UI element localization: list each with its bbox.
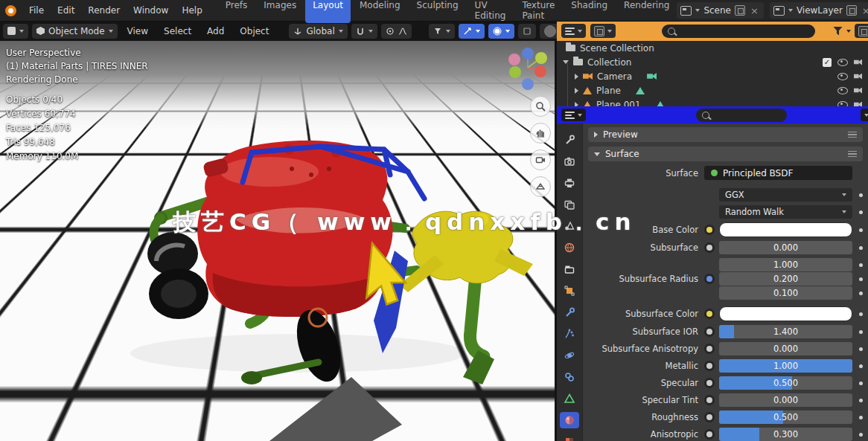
menu-help[interactable]: Help (175, 5, 208, 16)
socket-icon[interactable] (704, 429, 715, 440)
menu-window[interactable]: Window (127, 5, 175, 16)
perspective-toggle-button[interactable] (530, 176, 551, 197)
hide-eye-icon[interactable] (837, 59, 848, 66)
tab-rendering[interactable]: Rendering (616, 0, 677, 23)
editor-type-button[interactable] (3, 24, 28, 39)
properties-editor-type-button[interactable] (561, 109, 586, 121)
outliner-editor-type-button[interactable] (561, 24, 586, 38)
tab-output-icon[interactable] (560, 175, 579, 191)
render-visibility-icon[interactable] (854, 74, 862, 80)
properties-options-button[interactable] (861, 109, 868, 121)
menu-add[interactable]: Add (201, 26, 230, 36)
socket-icon[interactable] (704, 378, 715, 388)
camera-view-button[interactable] (530, 149, 551, 170)
navigation-gizmo[interactable] (505, 47, 551, 93)
animate-dot[interactable] (859, 210, 863, 214)
tab-physics-icon[interactable] (560, 347, 579, 364)
viewlayer-unlink-icon[interactable]: × (861, 6, 868, 16)
collection-checkbox[interactable]: ✓ (823, 58, 832, 67)
render-visibility-icon[interactable] (854, 88, 862, 94)
animate-dot[interactable] (859, 277, 863, 281)
sss-method-dropdown[interactable]: Random Walk (719, 205, 852, 219)
disclosure-closed-icon[interactable] (575, 88, 578, 94)
tab-collection-icon[interactable] (560, 261, 579, 277)
tab-texture-icon[interactable] (560, 434, 579, 441)
panel-menu-icon[interactable] (848, 132, 857, 138)
menu-view[interactable]: View (121, 26, 154, 36)
axis-neg-z-icon[interactable] (522, 78, 534, 90)
anisotropic-slider[interactable]: 0.300 (719, 428, 852, 441)
hide-eye-icon[interactable] (837, 87, 848, 94)
menu-file[interactable]: File (22, 5, 51, 16)
outliner-row-camera[interactable]: Camera (557, 69, 868, 83)
tab-sculpting[interactable]: Sculpting (409, 0, 466, 23)
animate-dot[interactable] (859, 330, 863, 334)
animate-dot[interactable] (859, 416, 863, 419)
disclosure-closed-icon[interactable] (575, 74, 578, 80)
3d-viewport[interactable]: User Perspective (1) Material Parts | TI… (0, 41, 557, 441)
show-overlays-button[interactable] (488, 24, 514, 39)
outliner-row-plane[interactable]: Plane (557, 83, 868, 97)
outliner-filter-settings-button[interactable] (855, 24, 868, 38)
animate-dot[interactable] (859, 246, 863, 250)
tab-modifiers-icon[interactable] (560, 304, 579, 321)
tab-material-icon[interactable] (560, 412, 579, 428)
toy-car-model[interactable] (0, 41, 557, 441)
outliner-row-scene-collection[interactable]: Scene Collection (557, 41, 868, 55)
animate-dot[interactable] (859, 312, 863, 316)
menu-edit[interactable]: Edit (51, 5, 81, 16)
properties-search-input[interactable] (714, 110, 781, 120)
socket-icon[interactable] (704, 242, 715, 253)
outliner-search-input[interactable] (680, 26, 809, 36)
tab-object-icon[interactable] (560, 283, 579, 299)
outliner-row-plane-001[interactable]: Plane.001 (557, 97, 868, 106)
socket-icon[interactable] (704, 412, 715, 422)
animate-dot[interactable] (859, 347, 863, 351)
hide-eye-icon[interactable] (837, 101, 848, 107)
proportional-edit-button[interactable] (381, 24, 412, 39)
menu-render[interactable]: Render (81, 5, 127, 16)
metallic-slider[interactable]: 1.000 (719, 359, 852, 373)
show-gizmo-button[interactable] (459, 24, 485, 39)
panel-menu-icon[interactable] (848, 151, 857, 158)
axis-z-icon[interactable] (522, 48, 534, 59)
axis-neg-y-icon[interactable] (509, 66, 521, 78)
socket-icon[interactable] (704, 326, 715, 337)
tab-modeling[interactable]: Modeling (352, 0, 408, 23)
editor-divider[interactable] (555, 41, 557, 441)
specular-tint-slider[interactable]: 0.000 (719, 393, 852, 407)
animate-dot[interactable] (859, 263, 863, 267)
subsurface-anisotropy-slider[interactable]: 0.000 (719, 342, 852, 355)
mode-dropdown[interactable]: Object Mode (32, 24, 118, 39)
hide-eye-icon[interactable] (837, 73, 848, 80)
tab-uv-editing[interactable]: UV Editing (467, 0, 514, 23)
outliner-search[interactable] (662, 25, 815, 38)
panel-surface[interactable]: Surface (588, 147, 863, 161)
move-view-button[interactable] (530, 123, 551, 144)
socket-icon[interactable] (704, 344, 715, 354)
tab-particles-icon[interactable] (560, 326, 579, 342)
scene-copy-icon[interactable] (735, 5, 745, 16)
menu-object[interactable]: Object (234, 26, 275, 36)
snap-toggle-button[interactable] (351, 24, 377, 39)
tab-world-icon[interactable] (560, 239, 579, 256)
radius-z-slider[interactable]: 0.100 (719, 286, 852, 300)
radius-x-slider[interactable]: 1.000 (719, 258, 852, 271)
tab-render-icon[interactable] (560, 153, 579, 170)
axis-y-icon[interactable] (535, 52, 547, 64)
subsurface-ior-slider[interactable]: 1.400 (719, 325, 852, 338)
orientation-dropdown[interactable]: Global (289, 24, 347, 39)
subsurface-color-swatch[interactable] (719, 306, 852, 321)
outliner-row-collection[interactable]: Collection ✓ (557, 55, 868, 69)
xray-toggle-button[interactable] (518, 24, 536, 39)
blender-logo-icon[interactable] (5, 5, 16, 16)
roughness-slider[interactable]: 0.500 (719, 411, 852, 424)
filter-funnel-icon[interactable] (833, 27, 843, 36)
shading-wireframe-icon[interactable] (544, 25, 556, 37)
scene-unlink-icon[interactable]: × (749, 6, 760, 16)
tab-prefs[interactable]: Prefs (218, 0, 255, 23)
animate-dot[interactable] (859, 364, 863, 368)
surface-node-button[interactable]: Principled BSDF (704, 166, 852, 180)
animate-dot[interactable] (859, 193, 863, 197)
socket-icon[interactable] (704, 361, 715, 371)
